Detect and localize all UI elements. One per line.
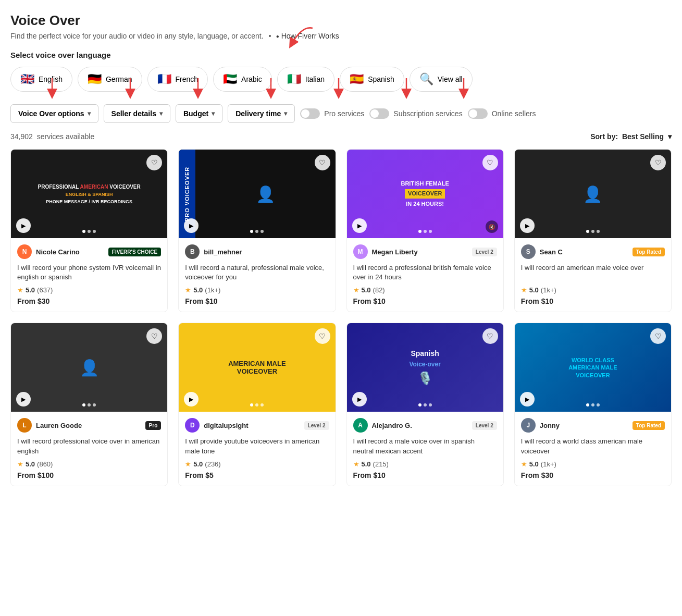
- card-title[interactable]: I will provide youtube voiceovers in ame…: [185, 437, 329, 455]
- dot-1: [586, 403, 589, 406]
- card-title[interactable]: I will record a world class american mal…: [521, 437, 665, 455]
- price: From $100: [17, 471, 161, 479]
- seller-row: J Jonny Top Rated: [521, 418, 665, 433]
- sort-by[interactable]: Sort by: Best Selling ▾: [590, 132, 672, 141]
- card-card-8: WORLD CLASSAMERICAN MALEVOICEOVER ♡ ▶ J …: [514, 323, 672, 486]
- dot-3: [93, 230, 96, 233]
- toggle-group-pro-services: Pro services: [300, 108, 364, 119]
- price: From $30: [521, 471, 665, 479]
- rating-row: ★ 5.0 (1k+): [521, 460, 665, 468]
- seller-name[interactable]: Alejandro G.: [372, 422, 468, 429]
- card-title[interactable]: I will record professional voice over in…: [17, 437, 161, 455]
- seller-row: B bill_mehner: [185, 244, 329, 259]
- seller-row: D digitalupsight Level 2: [185, 418, 329, 433]
- play-button[interactable]: ▶: [16, 218, 31, 233]
- rating-row: ★ 5.0 (1k+): [185, 286, 329, 294]
- card-thumbnail: 👤 ♡ ▶: [515, 150, 671, 238]
- card-thumbnail: PROFESSIONAL AMERICAN VOICEOVER ENGLISH …: [11, 150, 167, 238]
- toggle-pro-services[interactable]: [300, 108, 320, 119]
- dot-2: [424, 403, 427, 406]
- heart-button[interactable]: ♡: [482, 155, 498, 170]
- card-body: S Sean C Top Rated I will record an amer…: [515, 238, 671, 312]
- language-btn-spanish[interactable]: 🇪🇸Spanish: [340, 67, 404, 92]
- seller-name[interactable]: Lauren Goode: [36, 422, 141, 429]
- review-count: (215): [373, 460, 389, 468]
- cards-grid: PROFESSIONAL AMERICAN VOICEOVER ENGLISH …: [10, 149, 672, 486]
- rating-value: 5.0: [193, 286, 203, 294]
- rating-value: 5.0: [362, 460, 371, 468]
- language-section-label: Select voice over language: [10, 51, 672, 59]
- filter-dropdown-delivery-time[interactable]: Delivery time▾: [228, 104, 295, 123]
- dot-3: [261, 403, 264, 406]
- seller-name[interactable]: Megan Liberty: [372, 248, 468, 256]
- results-count: 34,902 services available: [10, 132, 94, 141]
- price: From $10: [521, 297, 665, 305]
- price: From $5: [185, 471, 329, 479]
- page-title: Voice Over: [10, 13, 672, 29]
- dot-2: [255, 230, 258, 233]
- card-thumbnail: 👤 ♡ ▶: [11, 323, 167, 412]
- dot-3: [597, 403, 600, 406]
- dot-2: [424, 230, 427, 233]
- rating-row: ★ 5.0 (215): [353, 460, 497, 468]
- german-flag-icon: 🇩🇪: [88, 72, 102, 86]
- heart-button[interactable]: ♡: [650, 155, 666, 170]
- budget-label: Budget: [183, 109, 208, 118]
- toggle-group-subscription-services: Subscription services: [369, 108, 462, 119]
- how-fiverr-link[interactable]: How Fiverr Works: [276, 32, 339, 40]
- language-btn-french[interactable]: 🇫🇷French: [147, 67, 208, 92]
- language-btn-view-all[interactable]: 🔍View all: [410, 67, 473, 92]
- play-button[interactable]: ▶: [520, 392, 535, 406]
- seller-name[interactable]: Nicole Carino: [36, 248, 104, 256]
- card-title[interactable]: I will record an american male voice ove…: [521, 263, 665, 282]
- star-icon: ★: [521, 286, 527, 294]
- seller-name[interactable]: Sean C: [540, 248, 628, 256]
- arabic-label: Arabic: [241, 75, 262, 83]
- toggle-subscription-services[interactable]: [369, 108, 389, 119]
- avatar: N: [17, 244, 32, 259]
- language-btn-italian[interactable]: 🇮🇹Italian: [277, 67, 334, 92]
- filter-dropdown-budget[interactable]: Budget▾: [176, 104, 222, 123]
- star-icon: ★: [185, 286, 191, 294]
- play-button[interactable]: ▶: [352, 218, 367, 233]
- heart-button[interactable]: ♡: [315, 328, 330, 344]
- seller-name[interactable]: digitalupsight: [204, 422, 300, 429]
- dot-1: [418, 230, 421, 233]
- play-button[interactable]: ▶: [352, 392, 367, 406]
- language-btn-english[interactable]: 🇬🇧English: [10, 67, 72, 92]
- seller-name[interactable]: bill_mehner: [204, 248, 329, 256]
- language-btn-german[interactable]: 🇩🇪German: [78, 67, 142, 92]
- mute-icon[interactable]: 🔇: [486, 220, 498, 233]
- heart-button[interactable]: ♡: [315, 155, 330, 170]
- card-title[interactable]: I will record a professional british fem…: [353, 263, 497, 282]
- rating-value: 5.0: [362, 286, 371, 294]
- language-btn-arabic[interactable]: 🇦🇪Arabic: [213, 67, 272, 92]
- card-body: M Megan Liberty Level 2 I will record a …: [347, 238, 503, 312]
- card-body: D digitalupsight Level 2 I will provide …: [179, 412, 335, 485]
- arabic-flag-icon: 🇦🇪: [223, 72, 237, 86]
- filter-dropdown-voice-over-options[interactable]: Voice Over options▾: [10, 104, 98, 123]
- card-thumbnail: AMERICAN MALEVOICEOVER ♡ ▶: [179, 323, 335, 412]
- dot-3: [429, 403, 432, 406]
- avatar: B: [185, 244, 200, 259]
- price: From $10: [353, 297, 497, 305]
- seller-row: A Alejandro G. Level 2: [353, 418, 497, 433]
- rating-value: 5.0: [529, 286, 539, 294]
- toggle-online-sellers[interactable]: [468, 108, 488, 119]
- dot-2: [88, 403, 91, 406]
- dot-1: [82, 403, 85, 406]
- card-body: A Alejandro G. Level 2 I will record a m…: [347, 412, 503, 485]
- review-count: (860): [37, 460, 53, 468]
- card-title[interactable]: I will record your phone system IVR voic…: [17, 263, 161, 282]
- view-all-label: View all: [438, 75, 463, 83]
- play-button[interactable]: ▶: [520, 218, 535, 233]
- level-badge: Level 2: [472, 421, 497, 430]
- review-count: (1k+): [205, 286, 220, 294]
- carousel-dots: [586, 230, 600, 233]
- card-title[interactable]: I will record a natural, professional ma…: [185, 263, 329, 282]
- filter-dropdown-seller-details[interactable]: Seller details▾: [104, 104, 170, 123]
- heart-button[interactable]: ♡: [482, 328, 498, 344]
- card-title[interactable]: I will record a male voice over in spani…: [353, 437, 497, 455]
- seller-name[interactable]: Jonny: [540, 422, 628, 429]
- card-card-1: PROFESSIONAL AMERICAN VOICEOVER ENGLISH …: [10, 149, 168, 312]
